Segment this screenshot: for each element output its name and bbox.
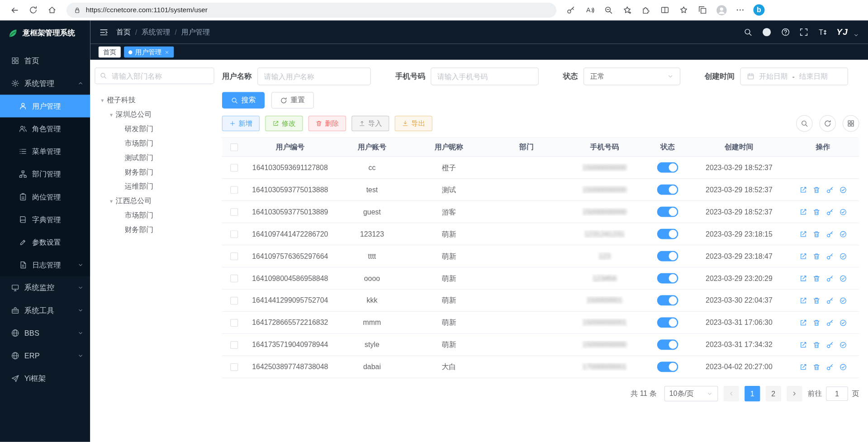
status-toggle[interactable] xyxy=(657,185,678,195)
assign-role-icon[interactable] xyxy=(839,252,847,260)
sidebar-item-post-mgmt[interactable]: 岗位管理 xyxy=(0,185,90,208)
sidebar-item-bbs[interactable]: BBS xyxy=(0,322,90,344)
prev-page-button[interactable] xyxy=(724,386,739,401)
sidebar-toggle-icon[interactable] xyxy=(99,28,109,37)
row-checkbox[interactable] xyxy=(230,186,238,194)
reset-password-icon[interactable] xyxy=(825,274,833,282)
tree-node[interactable]: 市场部门 xyxy=(95,208,214,223)
browser-back-icon[interactable] xyxy=(5,2,23,19)
user-logo[interactable]: YJ xyxy=(836,27,848,37)
sidebar-item-role-mgmt[interactable]: 角色管理 xyxy=(0,117,90,140)
tree-node[interactable]: 研发部门 xyxy=(95,122,214,136)
edit-icon[interactable] xyxy=(799,274,807,282)
edit-icon[interactable] xyxy=(799,341,807,348)
reset-password-icon[interactable] xyxy=(825,363,833,371)
read-aloud-icon[interactable]: A xyxy=(581,2,598,19)
status-toggle[interactable] xyxy=(657,228,678,239)
delete-icon[interactable] xyxy=(812,208,820,216)
tree-node[interactable]: ▾深圳总公司 xyxy=(95,107,214,122)
status-toggle[interactable] xyxy=(657,162,678,173)
sidebar-item-home[interactable]: 首页 xyxy=(0,49,90,72)
refresh-table-icon[interactable] xyxy=(819,115,836,132)
status-toggle[interactable] xyxy=(657,273,678,283)
font-size-icon[interactable]: T xyxy=(818,28,827,37)
status-toggle[interactable] xyxy=(657,317,678,328)
github-icon[interactable] xyxy=(762,27,772,37)
tree-node[interactable]: 财务部门 xyxy=(95,165,214,180)
breadcrumb-item[interactable]: 首页 xyxy=(116,27,131,37)
assign-role-icon[interactable] xyxy=(839,230,847,238)
tab-home[interactable]: 首页 xyxy=(99,47,121,57)
assign-role-icon[interactable] xyxy=(839,186,847,194)
delete-icon[interactable] xyxy=(812,296,820,304)
favorites-icon[interactable] xyxy=(675,2,693,19)
add-button[interactable]: 新增 xyxy=(222,116,260,131)
page-size-select[interactable]: 10条/页 xyxy=(664,386,718,401)
row-checkbox[interactable] xyxy=(230,274,238,282)
search-button[interactable]: 搜索 xyxy=(222,92,265,109)
profile-avatar[interactable] xyxy=(712,2,730,19)
reset-password-icon[interactable] xyxy=(825,296,833,304)
phone-input[interactable] xyxy=(437,72,532,81)
sidebar-item-erp[interactable]: ERP xyxy=(0,344,90,367)
user-menu-caret-icon[interactable] xyxy=(853,32,859,38)
tab-close-icon[interactable] xyxy=(164,50,169,55)
zoom-icon[interactable] xyxy=(599,2,617,19)
browser-refresh-icon[interactable] xyxy=(24,2,42,19)
row-checkbox[interactable] xyxy=(230,208,238,216)
collections-icon[interactable] xyxy=(694,2,711,19)
sidebar-item-system-monitor[interactable]: 系统监控 xyxy=(0,276,90,299)
reset-password-icon[interactable] xyxy=(825,341,833,348)
page-button-2[interactable]: 2 xyxy=(766,386,781,401)
edit-icon[interactable] xyxy=(799,318,807,326)
tree-node[interactable]: ▾橙子科技 xyxy=(95,93,214,108)
header-search-icon[interactable] xyxy=(744,28,753,37)
assign-role-icon[interactable] xyxy=(839,296,847,304)
password-manager-icon[interactable] xyxy=(562,2,579,19)
delete-icon[interactable] xyxy=(812,363,820,371)
edit-icon[interactable] xyxy=(799,363,807,371)
tree-node[interactable]: 市场部门 xyxy=(95,136,214,151)
reset-password-icon[interactable] xyxy=(825,186,833,194)
next-page-button[interactable] xyxy=(787,386,802,401)
select-all-checkbox[interactable] xyxy=(230,143,238,151)
delete-icon[interactable] xyxy=(812,252,820,260)
dept-search-input[interactable] xyxy=(95,67,214,84)
row-checkbox[interactable] xyxy=(230,318,238,326)
row-checkbox[interactable] xyxy=(230,164,238,171)
reset-password-icon[interactable] xyxy=(825,318,833,326)
row-checkbox[interactable] xyxy=(230,341,238,348)
goto-page-input[interactable] xyxy=(826,386,848,401)
tree-node[interactable]: 运维部门 xyxy=(95,180,214,194)
delete-icon[interactable] xyxy=(812,318,820,326)
edit-icon[interactable] xyxy=(799,252,807,260)
sidebar-item-user-mgmt[interactable]: 用户管理 xyxy=(0,95,90,117)
add-favorite-icon[interactable] xyxy=(618,2,636,19)
tree-node[interactable]: 测试部门 xyxy=(95,151,214,165)
sidebar-item-system-mgmt[interactable]: 系统管理 xyxy=(0,72,90,95)
sidebar-item-yi-framework[interactable]: Yi框架 xyxy=(0,367,90,390)
assign-role-icon[interactable] xyxy=(839,363,847,371)
sidebar-item-system-tools[interactable]: 系统工具 xyxy=(0,299,90,322)
edit-icon[interactable] xyxy=(799,186,807,194)
row-checkbox[interactable] xyxy=(230,296,238,304)
row-checkbox[interactable] xyxy=(230,363,238,371)
assign-role-icon[interactable] xyxy=(839,274,847,282)
tree-node[interactable]: 财务部门 xyxy=(95,223,214,237)
assign-role-icon[interactable] xyxy=(839,208,847,216)
status-select[interactable]: 正常 xyxy=(583,67,680,85)
sidebar-item-menu-mgmt[interactable]: 菜单管理 xyxy=(0,140,90,163)
edit-icon[interactable] xyxy=(799,296,807,304)
browser-menu-icon[interactable] xyxy=(731,2,749,19)
delete-icon[interactable] xyxy=(812,274,820,282)
reset-password-icon[interactable] xyxy=(825,230,833,238)
sidebar-item-dict-mgmt[interactable]: 字典管理 xyxy=(0,208,90,231)
tab-user-mgmt[interactable]: 用户管理 xyxy=(124,47,174,57)
edit-icon[interactable] xyxy=(799,208,807,216)
fullscreen-icon[interactable] xyxy=(799,28,808,37)
extensions-icon[interactable] xyxy=(637,2,655,19)
sidebar-item-dept-mgmt[interactable]: 部门管理 xyxy=(0,163,90,185)
bing-icon[interactable]: b xyxy=(750,2,768,19)
username-input[interactable] xyxy=(264,72,365,81)
help-icon[interactable] xyxy=(781,28,790,37)
